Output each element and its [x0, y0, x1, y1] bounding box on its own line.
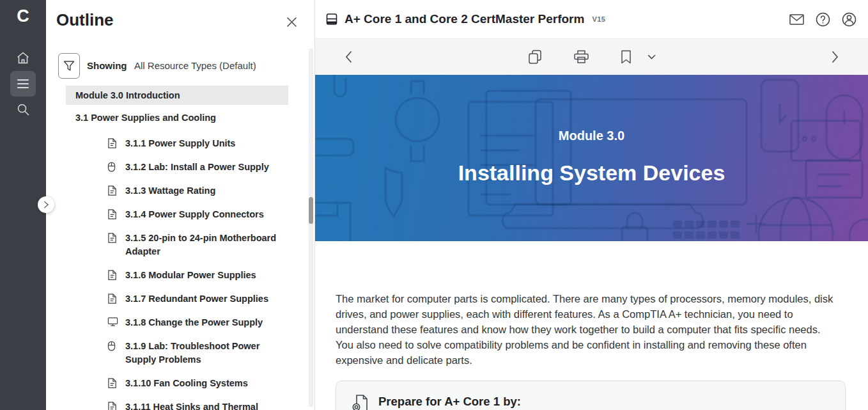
- outline-scrollbar-thumb[interactable]: [309, 197, 313, 224]
- list-item[interactable]: 3.1.1 Power Supply Units: [107, 137, 294, 150]
- list-item[interactable]: 3.1.9 Lab: Troubleshoot Power Supply Pro…: [107, 340, 294, 367]
- module-hero-banner: Module 3.0 Installing System Devices: [315, 75, 868, 241]
- funnel-icon: [63, 60, 75, 72]
- outline-scrollbar-track[interactable]: [309, 49, 313, 407]
- copy-icon[interactable]: [528, 49, 542, 65]
- course-title: A+ Core 1 and Core 2 CertMaster Perform: [345, 12, 584, 26]
- module-title: Installing System Devices: [315, 161, 868, 185]
- mouse-icon: [107, 161, 118, 173]
- list-item[interactable]: 3.1.5 20-pin to 24-pin Motherboard Adapt…: [107, 232, 294, 258]
- document-icon: [107, 185, 118, 196]
- list-item-label: 3.1.7 Redundant Power Supplies: [125, 292, 268, 306]
- next-page-icon[interactable]: [832, 51, 839, 63]
- comptia-logo: C: [0, 6, 46, 26]
- document-icon: [107, 377, 118, 389]
- list-item-label: 3.1.3 Wattage Rating: [125, 184, 215, 198]
- document-icon: [107, 209, 118, 220]
- outline-list: 3.1.1 Power Supply Units 3.1.2 Lab: Inst…: [107, 137, 294, 410]
- main-content: A+ Core 1 and Core 2 CertMaster Perform …: [315, 0, 868, 410]
- list-item-label: 3.1.9 Lab: Troubleshoot Power Supply Pro…: [125, 340, 280, 367]
- list-item-label: 3.1.11 Heat Sinks and Thermal: [125, 400, 258, 410]
- home-icon[interactable]: [10, 45, 36, 71]
- document-icon: [107, 269, 118, 281]
- intro-paragraph: The market for computer parts is complic…: [336, 291, 841, 368]
- list-item[interactable]: 3.1.11 Heat Sinks and Thermal: [107, 400, 294, 410]
- document-icon: [107, 232, 118, 244]
- list-item[interactable]: 3.1.10 Fan Cooling Systems: [107, 377, 294, 390]
- course-version-badge: V15: [592, 15, 605, 23]
- list-item[interactable]: 3.1.4 Power Supply Connectors: [107, 208, 294, 221]
- monitor-icon: [107, 317, 118, 327]
- list-item-label: 3.1.2 Lab: Install a Power Supply: [125, 161, 269, 174]
- prepare-heading: Prepare for A+ Core 1 by:: [378, 395, 521, 409]
- document-icon: [107, 293, 118, 304]
- chevron-down-icon[interactable]: [647, 54, 656, 59]
- prepare-card: Prepare for A+ Core 1 by:: [336, 381, 846, 410]
- previous-page-icon[interactable]: [345, 51, 352, 63]
- outline-menu-icon[interactable]: [10, 71, 36, 97]
- list-item[interactable]: 3.1.2 Lab: Install a Power Supply: [107, 161, 294, 174]
- filter-showing-label: Showing: [87, 60, 127, 71]
- mail-icon[interactable]: [789, 14, 804, 25]
- module-number-label: Module 3.0: [315, 129, 868, 143]
- content-toolbar: [315, 38, 868, 75]
- list-item-label: 3.1.1 Power Supply Units: [125, 137, 235, 150]
- list-item[interactable]: 3.1.6 Modular Power Supplies: [107, 269, 294, 282]
- outline-section-heading[interactable]: 3.1 Power Supplies and Cooling: [75, 113, 216, 123]
- bookmark-icon[interactable]: [621, 50, 632, 64]
- document-icon: [107, 138, 118, 149]
- list-item-label: 3.1.5 20-pin to 24-pin Motherboard Adapt…: [125, 232, 280, 258]
- panel-collapse-button[interactable]: [38, 196, 54, 213]
- list-item[interactable]: 3.1.3 Wattage Rating: [107, 184, 294, 198]
- help-icon[interactable]: [816, 12, 830, 27]
- panel-title: Outline: [56, 10, 114, 30]
- account-icon[interactable]: [842, 12, 856, 27]
- filter-button[interactable]: [58, 53, 80, 79]
- outline-panel: Outline Showing All Resource Types (Defa…: [46, 0, 315, 410]
- list-item-label: 3.1.10 Fan Cooling Systems: [125, 377, 248, 390]
- list-item-label: 3.1.4 Power Supply Connectors: [125, 208, 264, 221]
- main-header: A+ Core 1 and Core 2 CertMaster Perform …: [315, 0, 868, 38]
- list-item[interactable]: 3.1.8 Change the Power Supply: [107, 316, 294, 329]
- outline-item-selected[interactable]: Module 3.0 Introduction: [66, 86, 288, 105]
- list-item-label: 3.1.6 Modular Power Supplies: [125, 269, 256, 282]
- print-icon[interactable]: [573, 50, 589, 65]
- course-book-icon: [325, 13, 338, 26]
- mouse-icon: [107, 340, 118, 352]
- list-item[interactable]: 3.1.7 Redundant Power Supplies: [107, 292, 294, 306]
- document-icon: [107, 401, 118, 410]
- banner-pattern: [315, 75, 868, 241]
- filter-value: All Resource Types (Default): [134, 60, 256, 71]
- objective-icon: [352, 393, 369, 410]
- close-icon[interactable]: [285, 15, 298, 28]
- list-item-label: 3.1.8 Change the Power Supply: [125, 316, 263, 329]
- search-icon[interactable]: [10, 97, 36, 122]
